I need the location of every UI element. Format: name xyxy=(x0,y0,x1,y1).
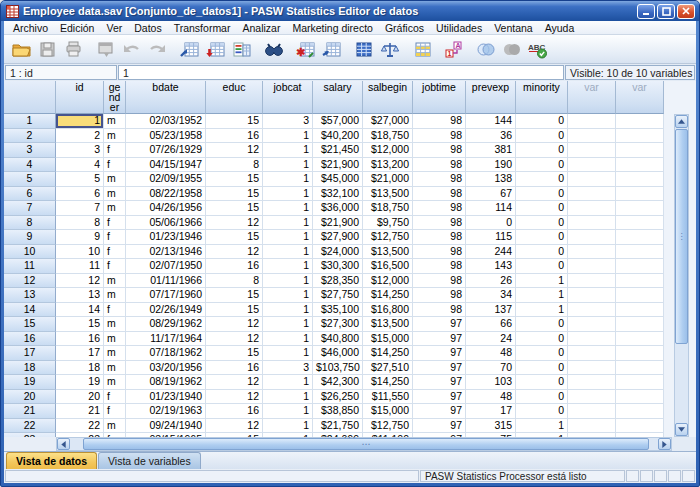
cell-salary-row20[interactable]: $26,250 xyxy=(313,390,363,405)
cell-bdate-row19[interactable]: 08/19/1962 xyxy=(126,375,206,390)
horizontal-scrollbar[interactable]: ⋯ xyxy=(56,437,672,451)
cell-minority-row10[interactable]: 0 xyxy=(516,245,568,260)
scroll-left-arrow-icon[interactable] xyxy=(57,438,70,450)
row-header[interactable]: 10 xyxy=(4,245,56,260)
column-header-salary[interactable]: salary xyxy=(313,81,363,114)
cell-jobcat-row6[interactable]: 1 xyxy=(263,187,313,202)
cell-gender-row19[interactable]: m xyxy=(104,375,126,390)
row-header[interactable]: 7 xyxy=(4,201,56,216)
cell-jobcat-row16[interactable]: 1 xyxy=(263,332,313,347)
cell-jobtime-row3[interactable]: 98 xyxy=(413,143,466,158)
cell-id-row12[interactable]: 12 xyxy=(56,274,104,289)
cell-gender-row5[interactable]: m xyxy=(104,172,126,187)
cell-var-row22[interactable] xyxy=(568,419,616,434)
cell-id-row8[interactable]: 8 xyxy=(56,216,104,231)
cell-salbegin-row18[interactable]: $27,510 xyxy=(363,361,413,376)
cell-var-row5[interactable] xyxy=(616,172,664,187)
cell-prevexp-row8[interactable]: 0 xyxy=(466,216,516,231)
cell-prevexp-row22[interactable]: 315 xyxy=(466,419,516,434)
cell-bdate-row4[interactable]: 04/15/1947 xyxy=(126,158,206,173)
pane-splitter-handle[interactable]: ··· xyxy=(344,435,357,441)
cell-bdate-row16[interactable]: 11/17/1964 xyxy=(126,332,206,347)
close-button[interactable] xyxy=(677,4,695,19)
cell-salary-row1[interactable]: $57,000 xyxy=(313,114,363,129)
cell-gender-row13[interactable]: m xyxy=(104,288,126,303)
split-file-icon[interactable] xyxy=(350,37,376,61)
row-header[interactable]: 17 xyxy=(4,346,56,361)
cell-jobcat-row9[interactable]: 1 xyxy=(263,230,313,245)
vertical-scrollbar-thumb[interactable]: ⋮ xyxy=(675,129,688,344)
cell-var-row21[interactable] xyxy=(568,404,616,419)
cell-var-row6[interactable] xyxy=(616,187,664,202)
menu-transformar[interactable]: Transformar xyxy=(168,22,237,34)
cell-jobcat-row11[interactable]: 1 xyxy=(263,259,313,274)
cell-jobtime-row9[interactable]: 98 xyxy=(413,230,466,245)
goto-variable-icon[interactable] xyxy=(202,37,228,61)
cell-salbegin-row22[interactable]: $12,750 xyxy=(363,419,413,434)
cell-prevexp-row16[interactable]: 24 xyxy=(466,332,516,347)
cell-id-row9[interactable]: 9 xyxy=(56,230,104,245)
cell-salbegin-row6[interactable]: $13,500 xyxy=(363,187,413,202)
cell-salbegin-row4[interactable]: $13,200 xyxy=(363,158,413,173)
row-header[interactable]: 16 xyxy=(4,332,56,347)
tab-variable-view[interactable]: Vista de variables xyxy=(98,452,201,469)
cell-jobtime-row16[interactable]: 97 xyxy=(413,332,466,347)
cell-id-row10[interactable]: 10 xyxy=(56,245,104,260)
cell-jobtime-row18[interactable]: 97 xyxy=(413,361,466,376)
cell-educ-row2[interactable]: 16 xyxy=(206,129,263,144)
cell-var-row6[interactable] xyxy=(568,187,616,202)
cell-jobcat-row7[interactable]: 1 xyxy=(263,201,313,216)
cell-prevexp-row11[interactable]: 143 xyxy=(466,259,516,274)
cell-id-row20[interactable]: 20 xyxy=(56,390,104,405)
row-header[interactable]: 19 xyxy=(4,375,56,390)
cell-salbegin-row3[interactable]: $12,000 xyxy=(363,143,413,158)
cell-salary-row13[interactable]: $27,750 xyxy=(313,288,363,303)
column-header-prevexp[interactable]: prevexp xyxy=(466,81,516,114)
row-header[interactable]: 1 xyxy=(4,114,56,129)
cell-jobtime-row14[interactable]: 98 xyxy=(413,303,466,318)
vertical-scrollbar[interactable]: ⋮ xyxy=(674,114,689,437)
cell-salary-row2[interactable]: $40,200 xyxy=(313,129,363,144)
cell-bdate-row22[interactable]: 09/24/1940 xyxy=(126,419,206,434)
cell-jobcat-row3[interactable]: 1 xyxy=(263,143,313,158)
menu-gr-ficos[interactable]: Gráficos xyxy=(379,22,430,34)
cell-salary-row14[interactable]: $35,100 xyxy=(313,303,363,318)
cell-gender-row4[interactable]: f xyxy=(104,158,126,173)
cell-bdate-row1[interactable]: 02/03/1952 xyxy=(126,114,206,129)
cell-jobtime-row21[interactable]: 97 xyxy=(413,404,466,419)
cell-educ-row20[interactable]: 12 xyxy=(206,390,263,405)
cell-salbegin-row20[interactable]: $11,550 xyxy=(363,390,413,405)
cell-bdate-row21[interactable]: 02/19/1963 xyxy=(126,404,206,419)
cell-educ-row12[interactable]: 8 xyxy=(206,274,263,289)
cell-gender-row10[interactable]: f xyxy=(104,245,126,260)
cell-minority-row6[interactable]: 0 xyxy=(516,187,568,202)
cell-id-row6[interactable]: 6 xyxy=(56,187,104,202)
cell-salbegin-row9[interactable]: $12,750 xyxy=(363,230,413,245)
cell-jobcat-row8[interactable]: 1 xyxy=(263,216,313,231)
cell-var-row13[interactable] xyxy=(568,288,616,303)
cell-id-row2[interactable]: 2 xyxy=(56,129,104,144)
cell-salbegin-row7[interactable]: $18,750 xyxy=(363,201,413,216)
cell-educ-row18[interactable]: 16 xyxy=(206,361,263,376)
cell-gender-row14[interactable]: f xyxy=(104,303,126,318)
cell-id-row17[interactable]: 17 xyxy=(56,346,104,361)
cell-id-row14[interactable]: 14 xyxy=(56,303,104,318)
cell-salbegin-row5[interactable]: $21,000 xyxy=(363,172,413,187)
cell-salbegin-row8[interactable]: $9,750 xyxy=(363,216,413,231)
cell-salbegin-row11[interactable]: $16,500 xyxy=(363,259,413,274)
cell-salary-row5[interactable]: $45,000 xyxy=(313,172,363,187)
cell-salary-row15[interactable]: $27,300 xyxy=(313,317,363,332)
cell-salbegin-row17[interactable]: $14,250 xyxy=(363,346,413,361)
cell-salbegin-row1[interactable]: $27,000 xyxy=(363,114,413,129)
row-header[interactable]: 21 xyxy=(4,404,56,419)
cell-minority-row11[interactable]: 0 xyxy=(516,259,568,274)
cell-id-row13[interactable]: 13 xyxy=(56,288,104,303)
cell-educ-row15[interactable]: 12 xyxy=(206,317,263,332)
cell-id-row7[interactable]: 7 xyxy=(56,201,104,216)
cell-jobtime-row5[interactable]: 98 xyxy=(413,172,466,187)
cell-minority-row3[interactable]: 0 xyxy=(516,143,568,158)
cell-var-row4[interactable] xyxy=(568,158,616,173)
menu-analizar[interactable]: Analizar xyxy=(236,22,286,34)
cell-var-row8[interactable] xyxy=(616,216,664,231)
cell-jobcat-row2[interactable]: 1 xyxy=(263,129,313,144)
